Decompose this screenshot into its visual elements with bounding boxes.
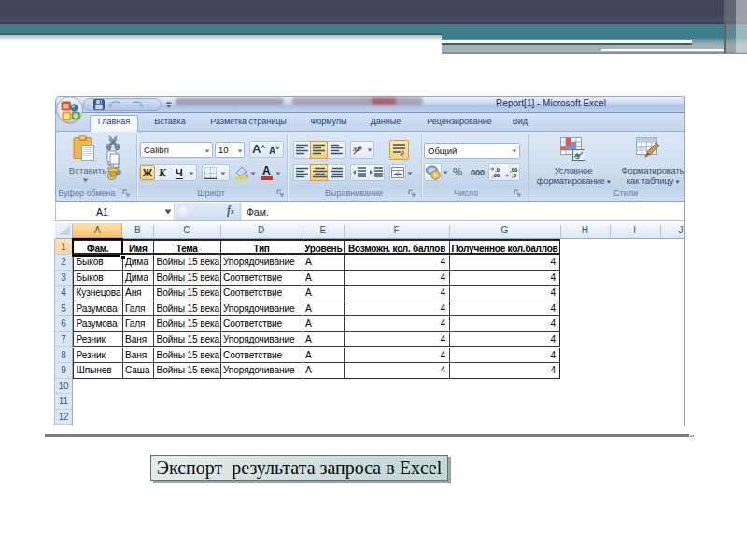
svg-text:,00: ,00: [492, 173, 500, 178]
svg-text:,00: ,00: [510, 167, 518, 173]
svg-text:,0: ,0: [512, 173, 517, 178]
svg-text:ab: ab: [353, 146, 360, 152]
svg-text:S: S: [575, 153, 580, 160]
svg-text:,0: ,0: [495, 167, 500, 173]
